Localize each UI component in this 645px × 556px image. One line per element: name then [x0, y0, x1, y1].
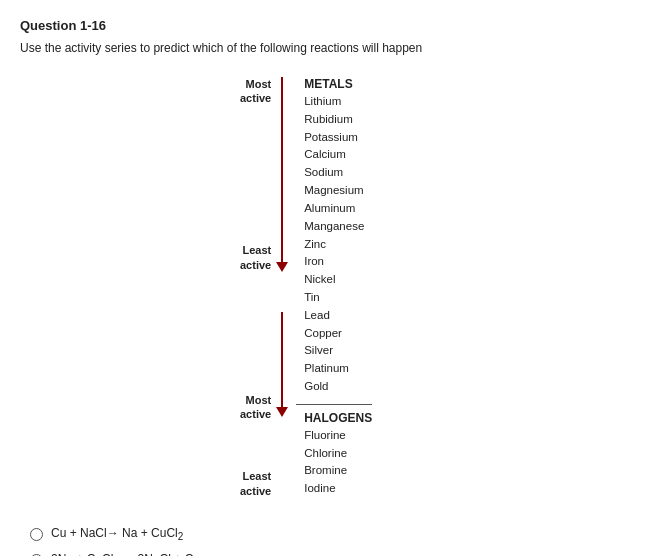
metal-aluminum: Aluminum [304, 200, 372, 218]
metal-calcium: Calcium [304, 146, 372, 164]
metals-list: Lithium Rubidium Potassium Calcium Sodiu… [304, 93, 372, 396]
metal-manganese: Manganese [304, 218, 372, 236]
metal-potassium: Potassium [304, 129, 372, 147]
halogens-section: HALOGENS Fluorine Chlorine Bromine Iodin… [296, 411, 372, 498]
metal-tin: Tin [304, 289, 372, 307]
option-a[interactable]: Cu + NaCl→ Na + CuCl2 [30, 526, 625, 542]
metal-gold: Gold [304, 378, 372, 396]
metal-silver: Silver [304, 342, 372, 360]
metal-rubidium: Rubidium [304, 111, 372, 129]
radio-a[interactable] [30, 528, 43, 541]
metals-title: METALS [304, 77, 372, 91]
metal-platinum: Platinum [304, 360, 372, 378]
halogens-least-active-label: Leastactive [240, 469, 271, 498]
metal-nickel: Nickel [304, 271, 372, 289]
halogen-chlorine: Chlorine [304, 445, 372, 463]
halogen-bromine: Bromine [304, 462, 372, 480]
metal-lithium: Lithium [304, 93, 372, 111]
metals-least-active-label: Leastactive [240, 243, 271, 272]
metals-arrow [276, 77, 288, 272]
halogens-list: Fluorine Chlorine Bromine Iodine [304, 427, 372, 498]
question-text: Use the activity series to predict which… [20, 41, 625, 55]
halogens-arrow [276, 312, 288, 417]
metal-magnesium: Magnesium [304, 182, 372, 200]
metals-most-active-label: Mostactive [240, 77, 271, 106]
section-divider [296, 404, 372, 405]
metal-lead: Lead [304, 307, 372, 325]
halogens-most-active-label: Mostactive [240, 393, 271, 422]
metal-zinc: Zinc [304, 236, 372, 254]
question-label: Question 1-16 [20, 18, 625, 33]
option-b-text: 2Na + CuCl2 → 2NaCl + Cu [51, 552, 200, 556]
halogens-title: HALOGENS [304, 411, 372, 425]
options-section: Cu + NaCl→ Na + CuCl2 2Na + CuCl2 → 2NaC… [20, 526, 625, 556]
metal-sodium: Sodium [304, 164, 372, 182]
metals-section: METALS Lithium Rubidium Potassium Calciu… [296, 77, 372, 396]
metal-copper: Copper [304, 325, 372, 343]
metal-iron: Iron [304, 253, 372, 271]
option-b[interactable]: 2Na + CuCl2 → 2NaCl + Cu [30, 552, 625, 556]
option-a-text: Cu + NaCl→ Na + CuCl2 [51, 526, 183, 542]
halogen-fluorine: Fluorine [304, 427, 372, 445]
halogen-iodine: Iodine [304, 480, 372, 498]
